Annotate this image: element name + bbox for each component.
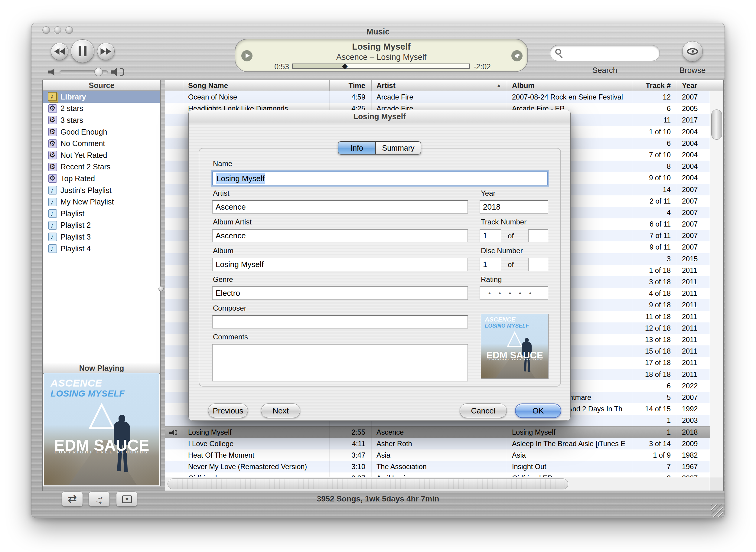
cell-year: 2007 bbox=[677, 91, 710, 103]
playlist-icon bbox=[48, 127, 57, 137]
header-song-name[interactable]: Song Name bbox=[183, 80, 330, 91]
disc-total-field[interactable] bbox=[528, 258, 548, 271]
sidebar-item[interactable]: 3 stars bbox=[43, 114, 160, 126]
playing-indicator-cell bbox=[165, 184, 183, 195]
pause-button[interactable] bbox=[71, 39, 94, 63]
playing-indicator-cell bbox=[165, 276, 183, 288]
sidebar-item[interactable]: Justin's Playlist bbox=[43, 184, 160, 196]
sort-ascending-icon: ▲ bbox=[496, 80, 501, 91]
now-playing-artwork[interactable]: ASCENCE LOSING MYSELF △ EDM SAUCE COPYRI… bbox=[44, 373, 159, 486]
playlist-icon bbox=[48, 185, 57, 195]
album-artist-field[interactable]: Ascence bbox=[212, 229, 468, 242]
vertical-scrollbar-thumb[interactable] bbox=[711, 110, 722, 140]
cell-track-number: 3 bbox=[632, 253, 677, 265]
playlist-icon bbox=[48, 162, 57, 172]
cell-year: 2011 bbox=[677, 334, 710, 346]
cell-track-number: 15 of 18 bbox=[632, 346, 677, 357]
year-field[interactable]: 2018 bbox=[480, 200, 548, 214]
next-button[interactable]: Next bbox=[261, 404, 300, 418]
header-artist[interactable]: Artist▲ bbox=[371, 80, 507, 91]
sidebar-item[interactable]: Playlist 3 bbox=[43, 231, 160, 243]
window-resize-grip[interactable] bbox=[711, 505, 723, 517]
browse-button[interactable] bbox=[682, 41, 703, 62]
header-year[interactable]: Year bbox=[677, 80, 710, 91]
header-indicator-column[interactable] bbox=[165, 80, 183, 91]
previous-track-button[interactable] bbox=[51, 43, 68, 60]
next-track-button[interactable] bbox=[97, 43, 115, 60]
tab-summary[interactable]: Summary bbox=[376, 142, 421, 154]
lcd-progress-bar[interactable] bbox=[292, 63, 470, 68]
cell-track-number: 12 bbox=[632, 91, 677, 103]
playing-indicator-cell bbox=[165, 357, 183, 369]
lcd-track-title: Losing Myself bbox=[235, 42, 527, 52]
table-row[interactable]: Ocean of Noise 4:59 Arcade Fire 2007-08-… bbox=[165, 91, 710, 103]
cell-track-number: 5 bbox=[632, 392, 677, 403]
genre-field[interactable]: Electro bbox=[212, 286, 468, 300]
cell-track-number: 17 of 18 bbox=[632, 357, 677, 369]
sidebar-item[interactable]: Playlist bbox=[43, 208, 160, 220]
cell-year: 2003 bbox=[677, 415, 710, 426]
playlist-icon bbox=[48, 174, 57, 183]
playing-indicator-cell bbox=[165, 426, 183, 438]
album-field[interactable]: Losing Myself bbox=[212, 258, 468, 271]
sidebar-item[interactable]: Top Rated bbox=[43, 173, 160, 184]
track-of-label: of bbox=[508, 232, 514, 240]
rating-field[interactable]: ••••• bbox=[480, 286, 548, 300]
artist-field[interactable]: Ascence bbox=[212, 200, 468, 214]
search-input[interactable] bbox=[550, 45, 660, 61]
playing-indicator-cell bbox=[165, 172, 183, 183]
table-row[interactable]: Losing Myself 2:55 Ascence Losing Myself… bbox=[165, 426, 710, 438]
scrollbar-corner bbox=[710, 477, 723, 491]
sidebar-item[interactable]: No Comment bbox=[43, 138, 160, 149]
name-field[interactable]: Losing Myself bbox=[212, 171, 548, 185]
cell-track-number: 1 of 9 bbox=[632, 449, 677, 461]
vertical-scrollbar[interactable] bbox=[710, 91, 723, 477]
dialog-album-artwork[interactable]: ASCENCE LOSING MYSELF △ EDM SAUCE COPYRI… bbox=[481, 314, 549, 379]
cell-year: 2007 bbox=[677, 195, 710, 207]
sidebar-item[interactable]: Playlist 4 bbox=[43, 243, 160, 255]
lcd-elapsed-time: 0:53 bbox=[263, 62, 289, 71]
sidebar-item[interactable]: Good Enough bbox=[43, 126, 160, 138]
header-time[interactable]: Time bbox=[330, 80, 371, 91]
sidebar-item[interactable]: Playlist 2 bbox=[43, 220, 160, 231]
cell-track-number: 11 of 18 bbox=[632, 311, 677, 322]
header-track-number[interactable]: Track # bbox=[632, 80, 677, 91]
previous-button[interactable]: Previous bbox=[208, 404, 248, 418]
table-row[interactable]: I Love College 4:11 Asher Roth Asleep In… bbox=[165, 438, 710, 449]
sidebar-item[interactable]: My New Playlist bbox=[43, 196, 160, 208]
table-row[interactable]: Never My Love (Remastered Version) 3:10 … bbox=[165, 461, 710, 472]
sidebar-item[interactable]: 2 stars bbox=[43, 103, 160, 115]
volume-min-icon[interactable] bbox=[48, 68, 56, 76]
cancel-button[interactable]: Cancel bbox=[460, 404, 507, 418]
horizontal-scrollbar[interactable] bbox=[165, 477, 710, 491]
sidebar-item[interactable]: Not Yet Rated bbox=[43, 149, 160, 161]
art-sublabel-text: COPYRIGHT FREE RECORDS bbox=[54, 450, 149, 454]
tab-info[interactable]: Info bbox=[338, 142, 376, 154]
composer-field[interactable] bbox=[212, 315, 468, 328]
cell-time: 3:47 bbox=[330, 449, 371, 461]
sidebar-item[interactable]: Library bbox=[43, 91, 160, 103]
volume-max-icon[interactable] bbox=[111, 67, 120, 77]
cell-track-number: 18 of 18 bbox=[632, 369, 677, 380]
cell-year: 2005 bbox=[677, 103, 710, 114]
track-number-field[interactable]: 1 bbox=[480, 229, 501, 242]
cell-track-number: 9 of 10 bbox=[632, 172, 677, 183]
cell-year: 2004 bbox=[677, 126, 710, 138]
track-total-field[interactable] bbox=[528, 229, 548, 242]
cell-song-name: Never My Love (Remastered Version) bbox=[183, 461, 330, 472]
playing-indicator-cell bbox=[165, 230, 183, 241]
disc-number-field[interactable]: 1 bbox=[480, 258, 501, 271]
comments-field[interactable] bbox=[212, 344, 468, 381]
now-playing-header: Now Playing bbox=[43, 363, 160, 374]
sidebar-resize-handle[interactable] bbox=[158, 286, 164, 291]
sidebar-item-label: 2 stars bbox=[60, 104, 83, 113]
volume-slider-thumb[interactable] bbox=[94, 68, 103, 76]
playing-indicator-cell bbox=[165, 403, 183, 415]
cell-year: 2011 bbox=[677, 357, 710, 369]
table-row[interactable]: Heat Of The Moment 3:47 Asia Asia 1 of 9… bbox=[165, 449, 710, 461]
playlist-icon bbox=[48, 104, 57, 113]
sidebar-item[interactable]: Recent 2 Stars bbox=[43, 161, 160, 173]
horizontal-scrollbar-thumb[interactable] bbox=[167, 478, 568, 490]
header-album[interactable]: Album bbox=[507, 80, 632, 91]
ok-button[interactable]: OK bbox=[515, 404, 561, 418]
